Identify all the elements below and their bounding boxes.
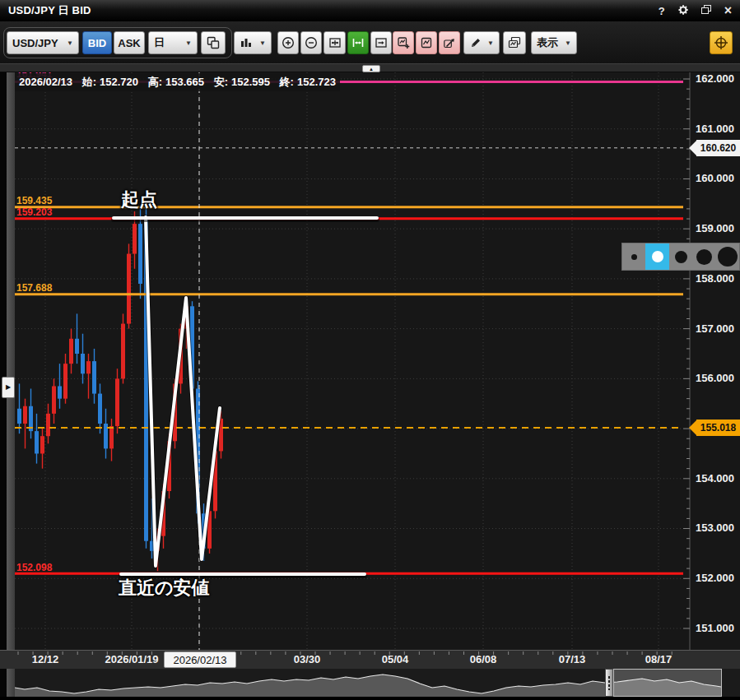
line-width-option-3[interactable] [669, 243, 692, 270]
level-label-152098[interactable]: 152.098 [16, 562, 52, 573]
zoom-in-button[interactable] [277, 31, 299, 54]
navigator-left-strip [7, 669, 15, 697]
price-axis-label: 157.000 [696, 322, 738, 336]
ohlc-readout: 2026/02/13 始:152.720 高:153.665 安:152.595… [15, 73, 340, 91]
chart-type-select[interactable]: ▼ [234, 31, 272, 54]
navigator-left-gutter [0, 669, 7, 697]
display-menu-button[interactable]: 表示 ▼ [531, 31, 577, 54]
date-label: 2026/01/19 [105, 653, 158, 665]
fit-width-button[interactable] [347, 31, 369, 54]
help-icon[interactable]: ? [659, 6, 665, 16]
grip-dots-icon [607, 675, 611, 690]
settings-gear-icon[interactable] [677, 4, 689, 17]
line-width-selector[interactable] [621, 243, 740, 271]
navigator-view-window[interactable] [613, 669, 722, 697]
toolbar: USD/JPY ▼ BID ASK 日 ▼ ▼ [0, 21, 740, 63]
zoom-out-icon [305, 36, 318, 49]
ask-button-label: ASK [118, 37, 140, 49]
line-width-dot-icon [718, 247, 738, 267]
fit-width-icon [351, 36, 365, 49]
line-width-dot-icon [696, 249, 712, 265]
chevron-down-icon: ▼ [259, 39, 266, 47]
top-splitter[interactable]: ▲ [0, 63, 740, 72]
navigator[interactable] [0, 669, 740, 697]
selected-date-tag: 2026/02/13 [164, 651, 236, 668]
compare-chart-button[interactable] [201, 31, 226, 54]
line-width-dot-icon [652, 251, 663, 262]
line-width-option-5[interactable] [716, 243, 739, 270]
period-select[interactable]: 日 ▼ [148, 31, 198, 54]
price-axis-label: 161.000 [696, 123, 738, 136]
price-axis-label: 152.000 [696, 572, 738, 585]
compare-chart-icon [207, 36, 220, 49]
zoom-out-button[interactable] [300, 31, 322, 54]
price-tag-white: 160.620 [696, 140, 740, 156]
crosshair-tool-button[interactable] [710, 31, 733, 54]
restore-window-icon[interactable] [701, 5, 712, 16]
move-drawing-icon [443, 36, 456, 49]
zoom-in-icon [282, 36, 295, 49]
line-width-option-2[interactable] [645, 243, 668, 270]
date-label: 08/17 [645, 653, 673, 665]
scroll-latest-icon [375, 36, 388, 49]
ohlc-open: 152.720 [100, 76, 138, 88]
ohlc-open-label: 始: [82, 76, 96, 88]
window-controls: ? × [659, 0, 732, 21]
pair-select-value: USD/JPY [12, 37, 58, 49]
price-axis-label: 151.000 [696, 622, 738, 635]
candlestick-plot[interactable] [15, 72, 683, 650]
pencil-icon [469, 36, 482, 49]
left-gutter [0, 72, 7, 650]
level-label-157688[interactable]: 157.688 [16, 282, 52, 294]
line-width-option-1[interactable] [622, 243, 645, 270]
window-title: USD/JPY 日 BID [8, 3, 91, 18]
chart-area[interactable]: ▶ 162.000 161.000 160.000 159.000 158.00… [0, 72, 740, 650]
edit-drawing-icon [420, 36, 433, 49]
bid-button[interactable]: BID [82, 31, 112, 54]
annotation-start-point[interactable]: 起点 [121, 188, 157, 212]
period-select-value: 日 [154, 35, 165, 50]
price-axis-label: 156.000 [696, 372, 738, 385]
price-axis-label: 153.000 [696, 522, 738, 535]
ohlc-low: 152.595 [231, 76, 270, 88]
expand-sidebar-button[interactable]: ▶ [2, 377, 15, 398]
fit-chart-button[interactable] [323, 31, 346, 54]
price-axis-label: 162.000 [696, 72, 738, 86]
ohlc-close: 152.723 [297, 76, 336, 88]
ohlc-close-label: 終: [280, 76, 294, 88]
ohlc-low-label: 安: [214, 76, 228, 88]
collapse-up-button[interactable]: ▲ [362, 65, 380, 72]
level-label-159435[interactable]: 159.435 [16, 195, 52, 206]
close-icon[interactable]: × [724, 4, 732, 17]
scroll-to-latest-button[interactable] [370, 31, 392, 54]
ask-button[interactable]: ASK [114, 31, 145, 54]
draw-tool-select[interactable]: ▼ [463, 31, 500, 54]
add-drawing-button[interactable] [393, 31, 414, 54]
bid-button-label: BID [88, 37, 106, 49]
price-axis-label: 159.000 [696, 222, 738, 235]
bottom-edge [0, 697, 740, 700]
ohlc-high-label: 高: [148, 76, 162, 88]
annotation-recent-low[interactable]: 直近の安値 [119, 576, 210, 600]
trading-app-window: USD/JPY 日 BID ? × USD/JPY ▼ BID ASK 日 ▼ [0, 0, 740, 700]
chevron-down-icon: ▼ [185, 39, 192, 47]
ohlc-high: 153.665 [165, 76, 204, 88]
title-bar: USD/JPY 日 BID ? × [0, 0, 740, 21]
navigator-drag-handle[interactable] [605, 669, 613, 697]
expand-right-icon: ▶ [6, 383, 11, 391]
price-axis-label: 160.000 [696, 172, 738, 185]
price-axis[interactable] [683, 72, 740, 650]
level-label-159203[interactable]: 159.203 [16, 206, 52, 218]
overlay-chart-button[interactable] [503, 31, 526, 54]
chevron-down-icon: ▼ [67, 39, 73, 47]
edit-drawing-button[interactable] [416, 31, 437, 54]
date-label: 12/12 [32, 653, 59, 665]
collapse-up-icon: ▲ [369, 67, 374, 72]
display-menu-label: 表示 [537, 35, 558, 50]
pair-select[interactable]: USD/JPY ▼ [7, 31, 79, 54]
left-panel-strip [7, 72, 15, 650]
line-width-dot-icon [631, 254, 637, 260]
line-width-option-4[interactable] [692, 243, 715, 270]
date-axis[interactable]: 12/12 2026/01/19 03/30 05/04 06/08 07/13… [0, 650, 740, 669]
move-drawing-button[interactable] [439, 31, 460, 54]
